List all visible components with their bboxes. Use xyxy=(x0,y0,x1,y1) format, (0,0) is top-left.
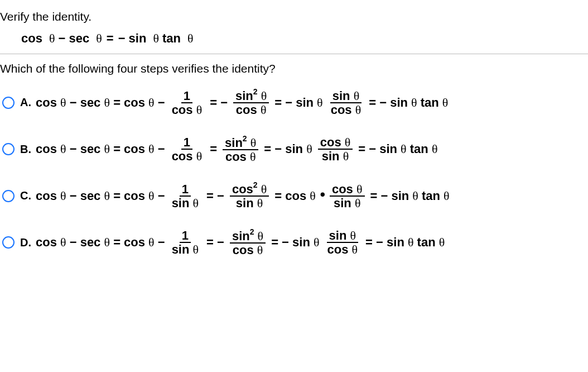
radio-c[interactable] xyxy=(2,190,15,202)
options-group: A. cos θ − sec θ = cos θ − 1 cos θ = − s… xyxy=(0,89,588,256)
option-b[interactable]: B. cos θ − sec θ = cos θ − 1 cos θ = sin… xyxy=(2,136,588,164)
option-a-math: cos θ − sec θ = cos θ − 1 cos θ = − sin2… xyxy=(36,89,449,117)
option-c[interactable]: C. cos θ − sec θ = cos θ − 1 sin θ = − c… xyxy=(2,182,588,210)
option-c-math: cos θ − sec θ = cos θ − 1 sin θ = − cos2… xyxy=(36,182,451,210)
option-a[interactable]: A. cos θ − sec θ = cos θ − 1 cos θ = − s… xyxy=(2,89,588,117)
option-b-math: cos θ − sec θ = cos θ − 1 cos θ = sin2 θ… xyxy=(36,136,438,164)
option-d-math: cos θ − sec θ = cos θ − 1 sin θ = − sin2… xyxy=(36,229,446,257)
option-c-letter: C. xyxy=(20,189,31,202)
option-b-letter: B. xyxy=(20,143,31,156)
radio-b[interactable] xyxy=(2,143,15,155)
question-text: Which of the following four steps verifi… xyxy=(0,54,588,89)
radio-a[interactable] xyxy=(2,97,15,109)
identity-expression: cos θ − sec θ = − sin θ tan θ xyxy=(0,27,588,54)
option-d[interactable]: D. cos θ − sec θ = cos θ − 1 sin θ = − s… xyxy=(2,229,588,257)
option-d-letter: D. xyxy=(20,236,31,249)
prompt-text: Verify the identity. xyxy=(0,0,588,27)
radio-d[interactable] xyxy=(2,236,15,249)
option-a-letter: A. xyxy=(20,96,31,109)
